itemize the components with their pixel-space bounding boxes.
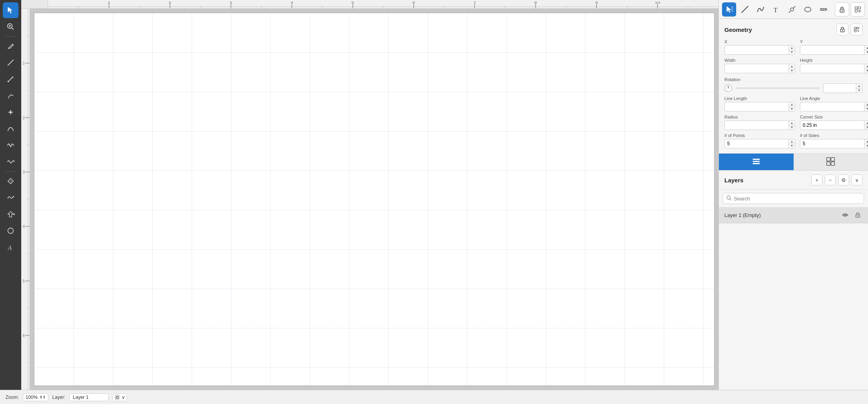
svg-rect-97 <box>753 159 760 160</box>
num-points-input[interactable] <box>725 139 789 148</box>
selection-tool-btn[interactable] <box>722 2 736 17</box>
x-input[interactable] <box>725 46 789 54</box>
arc-tool-btn[interactable] <box>3 88 18 104</box>
text-insert-btn[interactable]: T <box>769 2 783 17</box>
connector-tool-btn[interactable] <box>3 71 18 87</box>
svg-rect-92 <box>854 27 856 29</box>
ruler-top: 1 2 3 4 5 6 7 8 9 <box>21 0 718 9</box>
rotation-knob[interactable] <box>724 84 732 92</box>
tab-layers[interactable] <box>719 154 794 170</box>
layers-search-box[interactable] <box>723 193 864 204</box>
y-input-wrap: ▲ ▼ <box>800 45 868 55</box>
zoom-value-wrap[interactable]: 100% ⬆⬇ <box>23 393 48 401</box>
svg-rect-99 <box>753 163 760 164</box>
path-btn[interactable] <box>785 2 799 17</box>
width-input[interactable] <box>725 64 789 73</box>
la-up-btn[interactable]: ▲ <box>864 102 868 107</box>
radius-input[interactable] <box>725 121 789 130</box>
node-tool-btn[interactable] <box>3 104 18 120</box>
layer-settings-btn[interactable]: ∨ <box>113 393 127 401</box>
height-down-btn[interactable]: ▼ <box>864 69 868 73</box>
zoom-spinner[interactable]: ⬆⬇ <box>39 395 46 399</box>
curve-draw-btn[interactable] <box>753 2 768 17</box>
circle-tool-btn[interactable] <box>3 223 18 239</box>
tab-style[interactable] <box>794 154 868 170</box>
svg-rect-102 <box>827 162 830 165</box>
geometry-qr-btn[interactable] <box>851 24 862 35</box>
canvas-paper[interactable] <box>34 13 715 386</box>
zigzag-tool-btn[interactable] <box>3 137 18 153</box>
x-down-btn[interactable]: ▼ <box>789 50 795 55</box>
x-up-btn[interactable]: ▲ <box>789 46 795 50</box>
svg-line-71 <box>742 6 748 13</box>
arrow-tool-btn[interactable] <box>3 206 18 222</box>
line-draw-btn[interactable] <box>738 2 752 17</box>
text-tool-btn[interactable]: A <box>3 239 18 255</box>
rotation-up-btn[interactable]: ▲ <box>856 84 862 89</box>
layers-settings-btn[interactable]: ⚙ <box>838 174 849 185</box>
ns-down-btn[interactable]: ▼ <box>864 144 868 148</box>
corner-size-input[interactable] <box>800 121 864 130</box>
geometry-lock-btn[interactable] <box>837 24 848 35</box>
ll-up-btn[interactable]: ▲ <box>789 102 795 107</box>
layer-visibility-btn[interactable] <box>840 210 850 220</box>
svg-line-105 <box>730 199 731 200</box>
layer-value-wrap[interactable]: Layer 1 <box>69 393 109 401</box>
ll-down-btn[interactable]: ▼ <box>789 107 795 111</box>
y-up-btn[interactable]: ▲ <box>864 46 868 50</box>
line-tool-btn[interactable] <box>3 55 18 70</box>
svg-text:9: 9 <box>595 1 598 4</box>
cs-down-btn[interactable]: ▼ <box>864 126 868 130</box>
np-down-btn[interactable]: ▼ <box>789 144 795 148</box>
height-input[interactable] <box>800 64 864 73</box>
lock-btn[interactable] <box>835 2 849 17</box>
pen-tool-btn[interactable] <box>3 173 18 189</box>
measure-btn[interactable] <box>816 2 831 17</box>
layers-remove-btn[interactable]: − <box>825 174 836 185</box>
layers-add-btn[interactable]: + <box>811 174 822 185</box>
select-tool-btn[interactable] <box>3 2 18 18</box>
radius-up-btn[interactable]: ▲ <box>789 121 795 126</box>
width-up-btn[interactable]: ▲ <box>789 64 795 69</box>
cs-up-btn[interactable]: ▲ <box>864 121 868 126</box>
layer-lock-btn[interactable] <box>853 210 862 220</box>
rotation-down-btn[interactable]: ▼ <box>856 89 862 93</box>
y-down-btn[interactable]: ▼ <box>864 50 868 55</box>
line-angle-input[interactable] <box>800 102 864 111</box>
rotation-input[interactable] <box>824 84 856 93</box>
svg-point-7 <box>9 111 12 113</box>
svg-text:7: 7 <box>473 1 476 4</box>
svg-text:3: 3 <box>229 1 232 4</box>
la-down-btn[interactable]: ▼ <box>864 107 868 111</box>
layers-expand-btn[interactable]: ∨ <box>851 174 862 185</box>
ruler-top-marks: 1 2 3 4 5 6 7 8 9 <box>48 0 718 8</box>
status-bar: Zoom: 100% ⬆⬇ Layer: Layer 1 ∨ <box>0 390 868 404</box>
svg-text:6: 6 <box>412 1 415 4</box>
line-length-input[interactable] <box>725 102 789 111</box>
height-up-btn[interactable]: ▲ <box>864 64 868 69</box>
wave-tool-btn[interactable] <box>3 154 18 170</box>
zoom-tool-btn[interactable] <box>3 19 18 35</box>
layers-search-input[interactable] <box>734 196 861 202</box>
svg-rect-101 <box>831 158 835 161</box>
y-input[interactable] <box>800 46 864 54</box>
ns-up-btn[interactable]: ▲ <box>864 139 868 144</box>
np-up-btn[interactable]: ▲ <box>789 139 795 144</box>
svg-rect-98 <box>753 161 760 162</box>
bezier-tool-btn[interactable] <box>3 121 18 137</box>
svg-line-75 <box>789 11 790 13</box>
freehand-tool-btn[interactable] <box>3 190 18 206</box>
line-angle-label: Line Angle <box>800 96 868 101</box>
svg-text:6: 6 <box>23 333 24 338</box>
ellipse-btn[interactable] <box>801 2 815 17</box>
height-label: Height <box>800 58 868 63</box>
pencil-tool-btn[interactable] <box>3 38 18 54</box>
num-sides-input[interactable] <box>800 139 864 148</box>
width-down-btn[interactable]: ▼ <box>789 69 795 73</box>
grid-btn[interactable] <box>851 2 865 17</box>
canvas-viewport[interactable] <box>30 9 718 390</box>
radius-down-btn[interactable]: ▼ <box>789 126 795 130</box>
x-field: X ▲ ▼ <box>724 39 795 55</box>
height-input-wrap: ▲ ▼ <box>800 64 868 73</box>
svg-text:T: T <box>774 7 778 13</box>
